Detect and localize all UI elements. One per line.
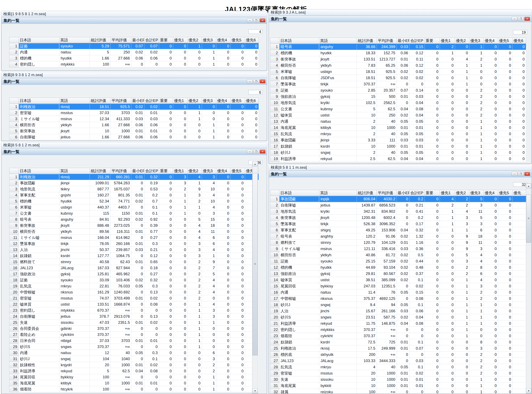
value-cell[interactable]: 0.02 <box>131 49 144 55</box>
value-cell[interactable]: 1000 <box>111 380 131 386</box>
value-cell[interactable]: 5.29 <box>90 43 111 49</box>
value-cell[interactable]: 0 <box>216 374 231 380</box>
value-cell[interactable]: 100 <box>90 386 111 392</box>
value-cell[interactable]: 0.05 <box>397 289 410 296</box>
value-cell[interactable]: 1 <box>455 75 469 81</box>
value-cell[interactable]: 440.37 <box>90 204 111 210</box>
value-cell[interactable]: 0 <box>159 344 173 350</box>
restore-icon[interactable]: ❐ <box>253 79 259 83</box>
value-cell[interactable]: 0.03 <box>397 308 410 314</box>
value-cell[interactable]: 0 <box>397 389 410 394</box>
column-header[interactable]: 優先6 <box>512 38 526 44</box>
table-row[interactable]: 30内通naituu12400.050.3000600 <box>9 350 259 356</box>
value-cell[interactable]: 1 <box>469 321 484 327</box>
value-cell[interactable]: 0 <box>159 247 173 253</box>
value-cell[interactable]: 1 <box>469 314 484 321</box>
value-cell[interactable]: 0.14 <box>410 87 425 93</box>
value-cell[interactable]: 0 <box>231 289 245 295</box>
value-cell[interactable]: +∞ <box>377 327 397 333</box>
value-cell[interactable]: 3 <box>173 180 188 186</box>
table-row[interactable]: 10地形気流krytki102.52562.500.040002000 <box>270 100 526 106</box>
value-cell[interactable]: 0 <box>455 364 469 370</box>
value-cell[interactable]: 0 <box>131 253 144 259</box>
value-cell[interactable]: 0 <box>498 271 512 277</box>
value-cell[interactable]: 336.416 <box>377 246 397 252</box>
japanese-term-cell[interactable]: JAL123 <box>279 358 319 364</box>
value-cell[interactable]: 0 <box>173 235 188 241</box>
value-cell[interactable]: 0 <box>425 264 440 271</box>
value-cell[interactable]: 1 <box>455 62 469 69</box>
value-cell[interactable]: 0.07 <box>397 87 410 93</box>
japanese-term-cell[interactable]: 地形気流 <box>19 186 59 192</box>
value-cell[interactable]: 50.37 <box>90 247 111 253</box>
value-cell[interactable]: 4 <box>357 364 377 370</box>
column-header[interactable]: 重要 <box>425 38 440 44</box>
english-term-cell[interactable]: msirus <box>319 246 357 252</box>
value-cell[interactable]: 160.27 <box>90 192 111 198</box>
value-cell[interactable]: 0.01 <box>131 174 144 180</box>
value-cell[interactable]: 0 <box>512 56 526 62</box>
japanese-term-cell[interactable]: 砂川J <box>279 150 319 156</box>
column-header[interactable]: 英語 <box>59 98 90 104</box>
english-term-cell[interactable]: ksrdri <box>59 253 90 259</box>
value-cell[interactable]: 0 <box>216 228 231 235</box>
value-cell[interactable]: 1 <box>469 156 484 162</box>
column-header[interactable]: 英語 <box>319 190 357 196</box>
value-cell[interactable]: 0 <box>216 235 231 241</box>
row-number-cell[interactable]: 36 <box>9 386 19 392</box>
value-cell[interactable]: 1 <box>469 62 484 69</box>
value-cell[interactable]: 0 <box>173 386 188 392</box>
value-cell[interactable]: 0 <box>131 374 144 380</box>
value-cell[interactable]: 0 <box>245 49 259 55</box>
row-number-cell[interactable]: 6 <box>270 227 279 233</box>
value-cell[interactable]: 0 <box>216 49 231 55</box>
value-cell[interactable]: 116.311 <box>111 228 131 235</box>
value-cell[interactable]: 0 <box>144 307 159 313</box>
value-cell[interactable]: 6 <box>202 235 216 241</box>
row-number-cell[interactable]: 18 <box>270 302 279 308</box>
value-cell[interactable]: 3444.333 <box>377 358 397 364</box>
japanese-term-cell[interactable]: 事故隠蔽 <box>279 137 319 143</box>
value-cell[interactable]: 0 <box>216 241 231 247</box>
table-row[interactable]: 28乱気流rnkryu4400.050.1000200 <box>270 364 526 370</box>
value-cell[interactable]: 0 <box>484 308 498 314</box>
value-cell[interactable]: 4 <box>455 208 469 215</box>
column-header[interactable]: 優先5 <box>498 190 512 196</box>
table-row[interactable]: 6米軍嘘usbign440.374403.700.1011400 <box>9 204 259 210</box>
table-row[interactable]: 12嘘体質ustist102500.020.040002000 <box>270 112 526 118</box>
table-row[interactable]: 17奴隷鎖ksrdri1010000.010.010001000 <box>270 143 526 150</box>
value-cell[interactable]: 80.567 <box>377 271 397 277</box>
value-cell[interactable]: 0 <box>231 374 245 380</box>
english-term-cell[interactable]: rknsij <box>59 174 90 180</box>
value-cell[interactable]: 17.5 <box>357 345 377 352</box>
value-cell[interactable]: 0 <box>231 104 245 110</box>
value-cell[interactable]: 0 <box>188 368 202 374</box>
table-row[interactable]: 16JAL123JALacg167.03927.94400.18002700 <box>9 265 259 271</box>
value-cell[interactable]: 0 <box>202 110 216 116</box>
value-cell[interactable]: 0 <box>498 333 512 339</box>
value-cell[interactable]: 0 <box>484 44 498 50</box>
value-cell[interactable]: 587.75 <box>377 314 397 321</box>
value-cell[interactable]: 0 <box>484 389 498 394</box>
value-cell[interactable]: 0.01 <box>397 370 410 376</box>
value-cell[interactable]: 1 <box>202 61 216 67</box>
value-cell[interactable]: 0 <box>231 55 245 61</box>
english-term-cell[interactable]: msirus <box>59 116 90 122</box>
table-row[interactable]: 23密約隠しmtykkks670.37+∞00001300 <box>9 307 259 313</box>
minimize-icon[interactable]: ─ <box>511 17 517 21</box>
column-header[interactable]: 重要 <box>425 190 440 196</box>
table-row[interactable]: 13強欲政治gyksij29.8180.5670.020.37002600 <box>270 271 526 277</box>
table-row[interactable]: 4衝突事故jksytt1200.486002.400.2013500 <box>270 215 526 221</box>
value-cell[interactable]: 4 <box>202 301 216 307</box>
value-cell[interactable]: 1 <box>469 302 484 308</box>
english-term-cell[interactable]: hyutkk <box>59 55 90 61</box>
value-cell[interactable]: 0 <box>131 386 144 392</box>
english-term-cell[interactable]: hyutkk <box>59 198 90 204</box>
table-row[interactable]: 29密室嘘msstus2010000.010.02000200 <box>270 370 526 376</box>
english-term-cell[interactable]: jksytt <box>59 223 90 228</box>
value-cell[interactable]: 0 <box>216 134 231 140</box>
value-cell[interactable]: 0 <box>173 241 188 247</box>
japanese-term-cell[interactable]: 暗号表 <box>19 216 59 223</box>
value-cell[interactable]: 89.56 <box>90 228 111 235</box>
value-cell[interactable]: 1 <box>469 150 484 156</box>
